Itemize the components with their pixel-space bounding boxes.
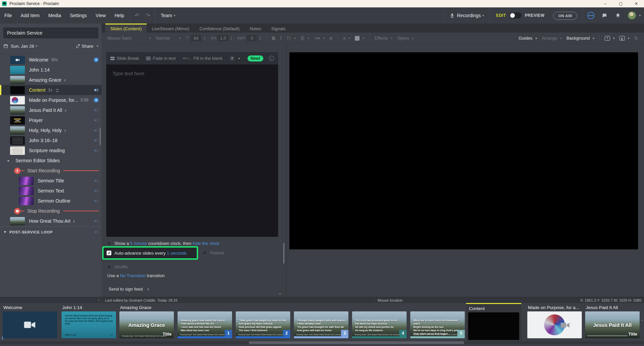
align-button[interactable]: ≡▾ bbox=[343, 36, 350, 41]
repeat-checkbox[interactable] bbox=[202, 251, 207, 255]
maximize-button[interactable]: ▢ bbox=[613, 0, 629, 7]
sidebar-item-made-on-purpose-for[interactable]: Made on Purpose, for...5:59 bbox=[0, 95, 102, 105]
indent-button[interactable]: ⇥≡▾ bbox=[314, 36, 325, 41]
speaker-icon[interactable] bbox=[93, 128, 99, 133]
slide-thumbnail[interactable]: Amazing GraceTitle“Amazing Grace” John N… bbox=[119, 311, 174, 338]
minimize-button[interactable]: – bbox=[598, 0, 613, 7]
text-color-button[interactable]: ▾ bbox=[355, 36, 364, 41]
avatar-menu-caret[interactable]: ▾ bbox=[639, 14, 641, 17]
text-case-button[interactable]: Tᴛ▾ bbox=[287, 36, 296, 41]
text-style-select[interactable]: Normal▾ bbox=[156, 36, 181, 41]
tab-signals[interactable]: Signals bbox=[266, 24, 291, 33]
options-scrollbar[interactable] bbox=[283, 243, 285, 264]
speaker-icon[interactable] bbox=[93, 188, 99, 193]
fade-in-text-button[interactable]: Fade in text bbox=[146, 56, 176, 61]
transition-link[interactable]: No Transition bbox=[120, 273, 146, 278]
menu-file[interactable]: File bbox=[0, 7, 16, 24]
group-sermon-editor-slides[interactable]: ▾Sermon Editor Slides bbox=[0, 156, 102, 166]
add-image-button[interactable]: ◭▾ bbox=[619, 36, 630, 41]
speaker-icon[interactable] bbox=[93, 107, 99, 113]
sidebar-item-amazing-grace[interactable]: Amazing Grace♪ bbox=[0, 75, 102, 85]
sidebar-item-sermon-outline[interactable]: Sermon Outline bbox=[0, 196, 102, 206]
play-icon[interactable] bbox=[93, 97, 99, 103]
shuffle-checkbox[interactable] bbox=[107, 265, 111, 269]
stop-recording-item[interactable]: Stop Recording bbox=[0, 206, 102, 216]
slide-text-input[interactable]: Type text here. bbox=[106, 64, 278, 82]
sidebar-item-prayer[interactable]: Prayer bbox=[0, 115, 102, 125]
filmstrip-scrollbar-thumb[interactable] bbox=[249, 341, 464, 344]
line-height-stepper[interactable]: ⇕A 1.0 ▲▼ bbox=[210, 35, 232, 42]
speaker-icon[interactable] bbox=[93, 148, 99, 153]
menu-settings[interactable]: Settings bbox=[66, 7, 91, 24]
sidebar-item-john-1-14[interactable]: John 1:14 bbox=[0, 65, 102, 75]
speaker-icon[interactable] bbox=[93, 178, 99, 183]
slide-thumbnail[interactable]: The Lord has promised good to meHis word… bbox=[352, 311, 407, 338]
slide-break-button[interactable]: Slide Break bbox=[110, 56, 139, 61]
filmstrip-scrollbar-track[interactable] bbox=[0, 341, 644, 344]
sidebar-item-sermon-title[interactable]: Sermon Title bbox=[0, 176, 102, 186]
bold-button[interactable]: B bbox=[272, 35, 275, 41]
recordings-menu[interactable]: Recordings▾ bbox=[445, 7, 488, 24]
sidebar-item-how-great-thou-art[interactable]: How Great Thou Art♪ bbox=[0, 216, 102, 226]
menu-add-item[interactable]: Add Item bbox=[16, 7, 44, 24]
post-service-loop-header[interactable]: ▼ POST-SERVICE LOOP bbox=[0, 226, 102, 237]
slide-thumbnail[interactable]: 'Twas grace that taught my heart to fear… bbox=[236, 311, 290, 338]
hide-clock-link[interactable]: hide the clock bbox=[193, 241, 220, 246]
avatar[interactable] bbox=[628, 11, 636, 19]
service-name-input[interactable]: Proclaim Service bbox=[3, 28, 98, 38]
styles-menu[interactable]: Styles▾ bbox=[397, 36, 414, 41]
auto-advance-checkbox[interactable] bbox=[107, 251, 111, 255]
slide-thumbnail[interactable] bbox=[468, 312, 519, 340]
sidebar-item-content[interactable]: Content1s bbox=[0, 85, 102, 95]
font-size-stepper[interactable]: ⊤ 84 ▲▼ bbox=[185, 35, 205, 42]
start-recording-item[interactable]: Start Recording bbox=[0, 166, 102, 176]
speaker-icon[interactable] bbox=[93, 198, 99, 204]
tab-slides-content[interactable]: Slides (Content) bbox=[105, 24, 147, 33]
redo-icon[interactable]: ↷ bbox=[142, 12, 153, 19]
arrange-menu[interactable]: Arrange▾ bbox=[542, 36, 562, 41]
ellipsis-circle-icon[interactable]: ••• bbox=[587, 12, 595, 19]
auto-advance-interval-link[interactable]: 1 seconds bbox=[167, 251, 187, 256]
sidebar-item-holy-holy-holy[interactable]: Holy, Holy, Holy♪ bbox=[0, 125, 102, 135]
countdown-checkbox[interactable] bbox=[107, 241, 111, 246]
info-icon[interactable]: i bbox=[269, 56, 274, 61]
speaker-icon[interactable] bbox=[93, 138, 99, 143]
refresh-icon[interactable]: ↻ bbox=[634, 35, 638, 41]
sidebar-scrollbar[interactable] bbox=[100, 128, 101, 145]
background-menu[interactable]: Background▾ bbox=[566, 36, 594, 41]
slide-thumbnail[interactable]: When we've been there ten thousand years… bbox=[410, 311, 465, 338]
tab-livestream-mirror[interactable]: LiveStream (Mirror) bbox=[147, 24, 194, 33]
scroll-down-caret[interactable]: ▾ bbox=[279, 292, 281, 296]
slide-thumbnail[interactable] bbox=[527, 311, 582, 338]
sign-feed-button[interactable]: Send to sign feed▾ bbox=[109, 287, 149, 292]
undo-icon[interactable]: ↶ bbox=[131, 12, 142, 19]
sidebar-item-john-3-16-18[interactable]: John 3:16–18 bbox=[0, 135, 102, 145]
countdown-duration-link[interactable]: 5 minute bbox=[130, 241, 147, 246]
bell-icon[interactable] bbox=[614, 12, 621, 19]
font-family-select[interactable]: Museo Sans▾ bbox=[107, 36, 151, 41]
tab-notes[interactable]: Notes bbox=[244, 24, 266, 33]
text-token-button[interactable]: T ▾ bbox=[230, 56, 240, 61]
scroll-right-caret[interactable]: ▸ bbox=[641, 318, 643, 322]
share-button[interactable]: Share▾ bbox=[76, 44, 98, 49]
sidebar-item-scripture-reading[interactable]: Scripture reading bbox=[0, 145, 102, 156]
sidebar-item-jesus-paid-it-all[interactable]: Jesus Paid It All♪ bbox=[0, 105, 102, 115]
slide-thumbnail[interactable]: And the Word became flesh and dwelt amon… bbox=[62, 311, 116, 338]
speaker-icon[interactable] bbox=[93, 118, 99, 123]
clear-formatting-button[interactable]: X bbox=[329, 36, 332, 41]
slide-thumbnail[interactable] bbox=[3, 311, 57, 338]
fill-in-blank-button[interactable]: AB C_ Fill in the blank bbox=[183, 56, 222, 61]
menu-view[interactable]: View bbox=[91, 7, 110, 24]
chat-icon[interactable] bbox=[601, 12, 608, 19]
on-air-button[interactable]: ON AIR bbox=[553, 12, 577, 20]
speaker-icon[interactable] bbox=[93, 218, 99, 224]
add-textbox-button[interactable]: T▾ bbox=[605, 36, 615, 41]
menu-help[interactable]: Help bbox=[110, 7, 128, 24]
letter-spacing-stepper[interactable]: A⇄V 0 ▲▼ bbox=[237, 35, 261, 42]
speaker-icon[interactable] bbox=[93, 87, 99, 93]
italic-button[interactable]: I bbox=[280, 35, 282, 41]
speaker-icon[interactable] bbox=[94, 229, 99, 234]
guides-menu[interactable]: Guides▾ bbox=[519, 36, 537, 41]
sidebar-item-sermon-text[interactable]: Sermon Text bbox=[0, 186, 102, 196]
tab-confidence-default[interactable]: Confidence (Default) bbox=[194, 24, 244, 33]
